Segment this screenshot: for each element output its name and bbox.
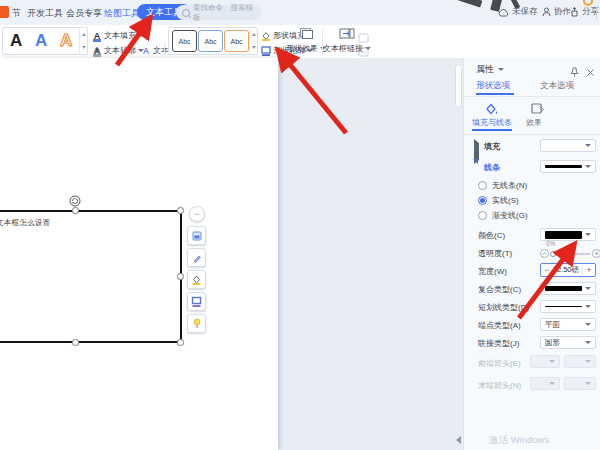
chevron-down-icon [585,382,591,385]
text-effects-icon: A [141,47,151,55]
canvas-workspace[interactable] [278,58,463,450]
decor-stroke [452,0,483,7]
end-arrow-size-dropdown [564,377,596,390]
shape-style-dark[interactable]: Abc [172,30,197,52]
chevron-down-icon [585,341,591,344]
gallery-scroll[interactable] [79,28,87,54]
textbox-text[interactable]: 文本框怎么设置 [0,218,51,228]
text-style-orange[interactable]: A [60,31,72,51]
scroll-up-icon[interactable] [82,33,86,36]
fill-section-label[interactable]: 填充 [484,141,500,152]
radio-icon[interactable] [478,211,487,220]
text-style-blue[interactable]: A [35,31,47,51]
scroll-down-icon[interactable] [82,46,86,49]
search-icon [182,9,190,17]
divider [464,96,600,97]
radio-solid-line[interactable]: 实线(S) [478,195,519,206]
smart-ideas-button[interactable] [187,314,206,333]
shape-outline-quick-button[interactable] [187,292,206,311]
text-style-gallery[interactable]: A A A [2,27,88,55]
rotate-handle[interactable] [69,193,81,205]
collapse-toolbar-button[interactable]: − [189,206,205,222]
line-section-label[interactable]: 线条 [484,162,500,173]
transparency-slider-track[interactable] [552,253,590,255]
compound-line-swatch [545,286,582,291]
end-arrow-style-dropdown [530,377,560,390]
join-type-dropdown[interactable]: 圆形 [540,336,596,349]
collaborate-button[interactable]: 协作 [542,6,571,18]
transparency-slider-knob[interactable] [550,251,556,257]
tab-shape-options[interactable]: 形状选项 [476,80,510,92]
text-style-black[interactable]: A [10,31,22,51]
cap-type-dropdown[interactable]: 平面 [540,318,596,331]
chevron-down-icon [549,382,555,385]
tab-text-options[interactable]: 文本选项 [540,80,574,92]
radio-no-line[interactable]: 无线条(N) [478,180,527,191]
fill-type-dropdown[interactable] [540,139,596,152]
gallery-scroll[interactable] [249,28,257,54]
compound-type-dropdown[interactable] [540,282,596,295]
selected-textbox[interactable]: 文本框怎么设置 [0,210,182,343]
resize-handle-right-middle[interactable] [177,273,184,280]
resize-handle-top-right[interactable] [177,207,184,214]
text-outline-button[interactable]: A 文本轮廓 [92,44,144,57]
cap-type-label: 端点类型(A) [478,320,521,331]
pen-icon [192,253,202,263]
divider [464,134,600,135]
resize-handle-bottom-right[interactable] [177,339,184,346]
color-swatch-black [545,231,582,239]
begin-arrow-size-dropdown [564,355,596,368]
share-button[interactable]: 分享 [570,6,599,18]
tab-chapter-partial[interactable]: 节 [12,7,21,20]
unsaved-status[interactable]: 未保存 [498,6,538,18]
resize-handle-bottom-center[interactable] [72,339,79,346]
scroll-down-icon[interactable] [252,46,256,49]
begin-arrow-style-dropdown [530,355,560,368]
chevron-down-icon[interactable] [498,68,504,71]
tab-dev-tools[interactable]: 开发工具 [27,7,63,20]
search-input[interactable]: 查找命令、搜索模板 [176,5,261,20]
app-icon [0,6,9,18]
line-style-dropdown[interactable] [540,160,596,173]
radio-icon[interactable] [478,181,487,190]
radio-gradient-line[interactable]: 渐变线(G) [478,210,528,221]
width-plus-button[interactable]: + [582,265,595,275]
dash-type-dropdown[interactable] [540,300,596,313]
tab-drawing-tools[interactable]: 绘图工具 [104,7,140,20]
transparency-minus-button[interactable]: − [540,249,549,258]
scroll-up-icon[interactable] [252,33,256,36]
shape-style-blue[interactable]: Abc [198,30,223,52]
panel-collapse-icon[interactable] [456,436,461,444]
paint-bucket-icon [261,31,271,41]
shape-effects-icon [299,27,314,40]
shape-fill-quick-button[interactable] [187,270,206,289]
tab-fill-and-line[interactable]: 填充与线条 [472,117,512,128]
color-label: 颜色(C) [478,230,505,241]
tab-effects[interactable]: 效果 [526,117,542,128]
radio-selected-icon[interactable] [478,196,487,205]
panel-title: 属性 [476,63,504,76]
shape-style-orange[interactable]: Abc [224,30,249,52]
width-value[interactable]: 2.50磅 [554,265,582,275]
pin-icon[interactable] [570,63,579,81]
dash-type-label: 短划线类型(D) [478,302,529,313]
transparency-plus-button[interactable]: + [592,249,600,258]
chevron-down-icon [549,360,555,363]
vertical-scrollbar-thumb[interactable] [455,64,462,108]
slide-page[interactable]: 文本框怎么设置 − [0,58,278,450]
resize-handle-top-center[interactable] [72,207,79,214]
paint-bucket-icon [191,274,202,285]
layout-options-button[interactable] [187,226,206,245]
activate-windows-watermark: 激活 Windows [489,434,549,447]
chevron-down-icon [585,287,591,290]
width-minus-button[interactable]: − [541,265,554,275]
shape-outline-icon [261,46,271,56]
format-brush-button[interactable] [187,248,206,267]
begin-arrow-label: 前端箭头(E) [478,358,521,369]
close-icon[interactable] [586,63,595,81]
width-stepper[interactable]: − 2.50磅 + [540,263,596,277]
shape-style-gallery[interactable]: Abc Abc Abc [168,27,258,55]
shape-effects-button[interactable]: 形状效果 [286,27,326,55]
tab-member[interactable]: 会员专享 [66,7,102,20]
text-fill-button[interactable]: A 文本填充 [92,29,144,42]
